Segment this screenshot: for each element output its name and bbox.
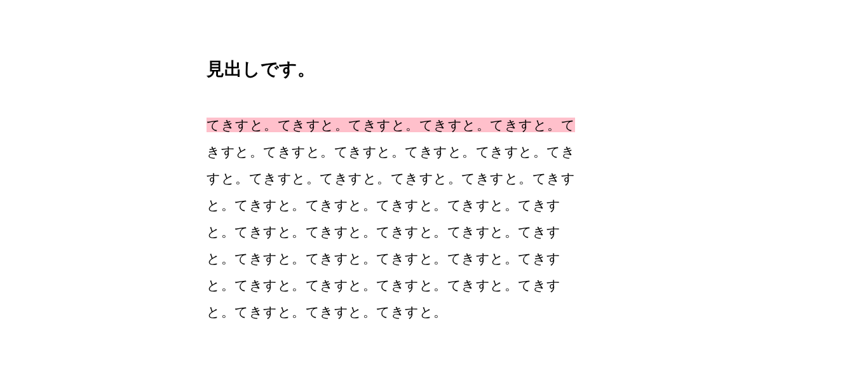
heading: 見出しです。 <box>207 57 588 81</box>
body-paragraph: てきすと。てきすと。てきすと。てきすと。てきすと。てきすと。てきすと。てきすと。… <box>207 112 588 325</box>
document-content: 見出しです。 てきすと。てきすと。てきすと。てきすと。てきすと。てきすと。てきす… <box>207 57 588 325</box>
